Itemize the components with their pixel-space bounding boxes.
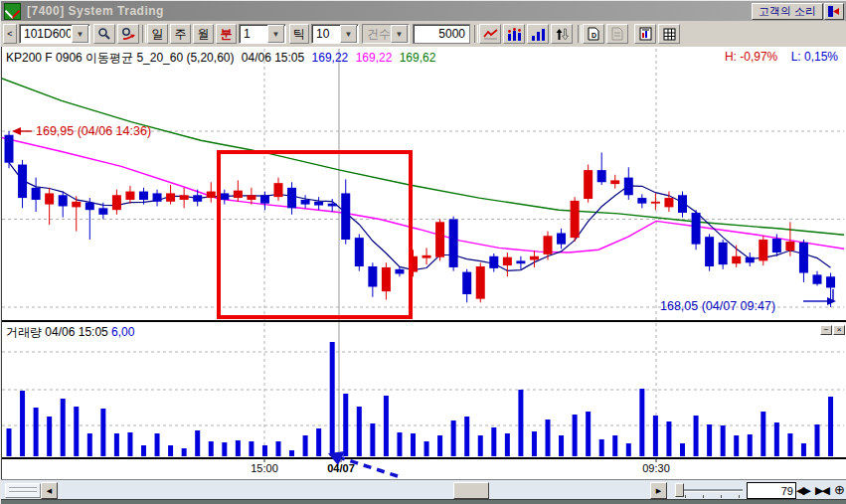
- sort-button[interactable]: [551, 24, 573, 44]
- document-disabled-icon: [611, 27, 623, 41]
- scroll-left-button[interactable]: ◀: [41, 482, 58, 499]
- horizontal-scrollbar: ◀ ▶ 79 ◀▶ ▶◀ ⊕: [1, 479, 846, 500]
- period-minute-button[interactable]: 분: [216, 24, 237, 44]
- window-title: [7400] System Trading: [27, 4, 164, 18]
- splitter-grip[interactable]: [5, 483, 41, 498]
- code-combobox[interactable]: 101D6000 ▼: [19, 24, 90, 44]
- ma5-value: 169,22: [312, 51, 349, 65]
- tick-value: 10: [312, 27, 339, 41]
- tick-bars-icon: [507, 28, 521, 41]
- window-bottom-edge: [1, 499, 846, 504]
- chevron-down-icon[interactable]: ▼: [72, 25, 88, 43]
- period-month-button[interactable]: 월: [193, 24, 214, 44]
- report-icon: [639, 27, 652, 41]
- tick-combobox[interactable]: 10 ▼: [311, 24, 359, 44]
- slider-tick: [685, 495, 686, 498]
- period-week-button[interactable]: 주: [170, 24, 191, 44]
- exit-icon: [828, 6, 840, 17]
- chart-title: KP200 F 0906 이동평균 5_20_60 (5,20,60): [6, 51, 234, 65]
- bar-chart-icon: [531, 28, 545, 41]
- bar-chart-button[interactable]: [527, 24, 549, 44]
- search-button[interactable]: [93, 24, 115, 44]
- red-line-chart-icon: [483, 28, 498, 40]
- toolbar-separator: [578, 25, 582, 43]
- search-arrow-icon: [121, 27, 136, 41]
- count-label: 건수: [363, 26, 390, 43]
- low-annotation: 168,05 (04/07 09:47): [660, 289, 836, 313]
- customer-voice-button[interactable]: 고객의 소리: [752, 3, 823, 20]
- search-jump-button[interactable]: [117, 24, 139, 44]
- panel-minimize-button[interactable]: −: [820, 325, 832, 335]
- grid-button[interactable]: [658, 24, 680, 44]
- minute-value: 1: [240, 27, 266, 41]
- slider-tick: [721, 495, 722, 498]
- scroll-right-button[interactable]: ▶: [650, 482, 667, 499]
- period-day-button[interactable]: 일: [147, 24, 168, 44]
- exit-button[interactable]: [824, 3, 844, 20]
- volume-title: 거래량: [6, 325, 42, 339]
- chevron-down-icon[interactable]: ▼: [267, 25, 284, 43]
- tick-button[interactable]: 틱: [289, 24, 309, 44]
- grid-icon: [663, 28, 676, 41]
- collapse-bars-icon[interactable]: ▶◀: [815, 482, 828, 498]
- expand-bars-icon[interactable]: ◀▶: [796, 482, 809, 498]
- chart-area: 169,95 (04/06 14:36)168,05 (04/07 09:47)…: [1, 47, 846, 479]
- volume-bars: [7, 342, 834, 456]
- toolbar-separator: [474, 25, 478, 43]
- document-d-icon: D: [588, 27, 599, 41]
- svg-text:D: D: [592, 32, 596, 39]
- minute-combobox[interactable]: 1 ▼: [239, 24, 286, 44]
- chart-datetime: 04/06 15:05: [242, 51, 304, 65]
- ma60-value: 169,62: [400, 51, 436, 65]
- x-axis-label: 04/07: [327, 462, 355, 474]
- app-window: [7400] System Trading 고객의 소리 < 101D6000 …: [0, 0, 846, 504]
- x-axis-label: 15:00: [251, 462, 278, 474]
- zoom-slider[interactable]: [673, 482, 745, 498]
- chevron-down-icon: ▼: [391, 25, 408, 43]
- document-disabled-button: [606, 24, 628, 44]
- toolbar-separator: [142, 25, 146, 43]
- ma20-value: 169,22: [356, 51, 393, 65]
- chevron-down-icon[interactable]: ▼: [340, 25, 357, 43]
- panel-close-button[interactable]: ×: [833, 325, 845, 335]
- code-value: 101D6000: [20, 27, 71, 41]
- slider-tick: [739, 495, 740, 498]
- report-button[interactable]: [634, 24, 656, 44]
- chart-canvas[interactable]: 169,95 (04/06 14:36)168,05 (04/07 09:47): [2, 47, 846, 478]
- x-axis-label: 09:30: [642, 462, 670, 474]
- svg-text:168,05 (04/07 09:47): 168,05 (04/07 09:47): [660, 299, 775, 313]
- volume-datetime: 04/06 15:05: [45, 325, 107, 339]
- highlight-box: [219, 152, 411, 317]
- line-chart-button[interactable]: [479, 24, 501, 44]
- count-combobox: 건수 ▼: [362, 24, 410, 44]
- slider-tick: [703, 495, 704, 498]
- volume-header: 거래량 04/06 15:05 6,00: [6, 324, 134, 341]
- title-bar: [7400] System Trading 고객의 소리: [1, 1, 846, 21]
- high-percent: H: -0,97%: [725, 50, 777, 64]
- zoom-slider-thumb[interactable]: [675, 483, 684, 497]
- document-d-button[interactable]: D: [583, 24, 604, 44]
- scrollbar-thumb[interactable]: [453, 482, 489, 499]
- search-icon: [97, 27, 111, 41]
- up-down-arrows-icon: [556, 28, 569, 41]
- volume-value: 6,00: [111, 325, 134, 339]
- svg-text:169,95 (04/06 14:36): 169,95 (04/06 14:36): [36, 124, 151, 138]
- low-percent: L: 0,15%: [791, 50, 838, 64]
- ma60-line: [2, 79, 844, 235]
- zoom-slider-track[interactable]: [679, 489, 743, 492]
- zoom-plus-icon[interactable]: ⊕: [834, 482, 845, 498]
- price-chart-header: KP200 F 0906 이동평균 5_20_60 (5,20,60) 04/0…: [6, 50, 439, 67]
- toolbar: < 101D6000 ▼ 일 주 월 분 1 ▼ 틱: [1, 21, 846, 48]
- back-button[interactable]: <: [3, 24, 17, 44]
- bar-count-input[interactable]: 79: [747, 482, 796, 499]
- tick-chart-button[interactable]: [503, 24, 525, 44]
- high-low-readout: H: -0,97% L: 0,15%: [725, 50, 838, 64]
- app-icon: [4, 3, 21, 20]
- quantity-input[interactable]: 5000: [413, 24, 470, 44]
- gridlines: [2, 49, 844, 456]
